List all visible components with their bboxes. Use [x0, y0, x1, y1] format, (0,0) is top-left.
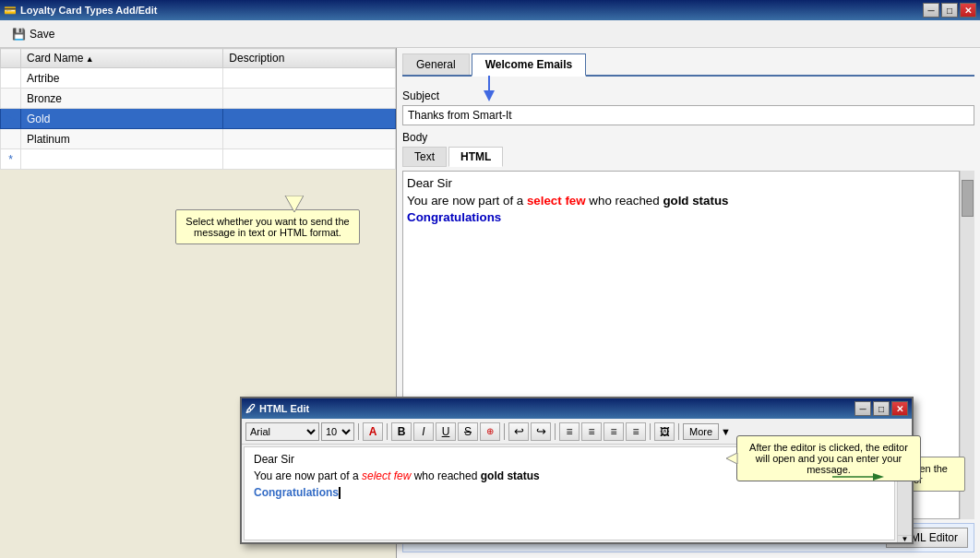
- card-table: Card Name Description Artribe Bronze ▶ G…: [0, 48, 396, 170]
- toolbar-sep-2: [387, 423, 388, 440]
- undo-button[interactable]: ↩: [508, 422, 529, 441]
- align-left-button[interactable]: ≡: [559, 422, 580, 441]
- table-row[interactable]: Artribe: [1, 68, 396, 89]
- row-indicator: [1, 68, 21, 89]
- row-indicator: [1, 89, 21, 109]
- row-indicator-col: [1, 49, 21, 68]
- row-indicator: ▶: [1, 109, 21, 129]
- underline-button[interactable]: U: [436, 422, 456, 441]
- italic-button[interactable]: I: [413, 422, 434, 441]
- svg-marker-6: [873, 473, 884, 481]
- align-center-button[interactable]: ≡: [581, 422, 602, 441]
- svg-marker-2: [484, 90, 495, 101]
- text-format-callout: Select whether you want to send the mess…: [175, 209, 360, 244]
- dialog-close-button[interactable]: ✕: [891, 401, 908, 416]
- new-table-row[interactable]: *: [1, 149, 396, 170]
- subject-input[interactable]: [402, 105, 974, 125]
- toolbar-sep-1: [358, 423, 359, 440]
- dialog-icon: 🖊: [245, 403, 256, 414]
- window-icon: 💳: [4, 5, 17, 17]
- window-controls: ─ □ ✕: [923, 3, 976, 18]
- font-selector[interactable]: Arial: [245, 422, 319, 441]
- more-button[interactable]: More: [683, 423, 719, 440]
- dialog-title: HTML Edit: [259, 403, 309, 414]
- card-name-cell: Platinum: [21, 129, 223, 149]
- card-name-cell: Artribe: [21, 68, 223, 89]
- maximize-button[interactable]: □: [941, 3, 958, 18]
- dialog-editor-callout: After the editor is clicked, the editor …: [736, 435, 921, 481]
- title-bar: 💳 Loyalty Card Types Add/Edit ─ □ ✕: [0, 0, 980, 20]
- description-cell: [223, 89, 396, 109]
- dialog-minimize-button[interactable]: ─: [855, 401, 871, 416]
- save-icon: 💾: [12, 28, 26, 41]
- redo-button[interactable]: ↪: [531, 422, 551, 441]
- card-name-cell: Gold: [21, 109, 223, 129]
- body-tab-html[interactable]: HTML: [448, 147, 503, 167]
- down-arrow-annotation: [480, 76, 498, 106]
- text-cursor: [339, 487, 341, 499]
- table-row[interactable]: ▶ Gold: [1, 109, 396, 129]
- special-button[interactable]: ⊕: [480, 422, 500, 441]
- table-row[interactable]: Bronze: [1, 89, 396, 109]
- size-selector[interactable]: 10: [321, 422, 354, 441]
- table-row[interactable]: Platinum: [1, 129, 396, 149]
- toolbar-sep-5: [650, 423, 651, 440]
- description-header[interactable]: Description: [223, 49, 396, 68]
- toolbar: 💾 Save: [0, 20, 980, 48]
- scrollbar-thumb[interactable]: [962, 180, 974, 217]
- toolbar-sep-6: [678, 423, 679, 440]
- row-indicator: [1, 129, 21, 149]
- window-title: Loyalty Card Types Add/Edit: [20, 5, 158, 16]
- scroll-down-button[interactable]: ▼: [898, 535, 912, 542]
- font-color-button[interactable]: A: [363, 422, 383, 441]
- minimize-button[interactable]: ─: [923, 3, 939, 18]
- description-cell: [223, 68, 396, 89]
- body-tab-bar: Text HTML: [402, 147, 974, 167]
- strikethrough-button[interactable]: S: [458, 422, 478, 441]
- description-cell: [223, 129, 396, 149]
- tab-bar: General Welcome Emails: [402, 53, 974, 77]
- html-edit-dialog: 🖊 HTML Edit ─ □ ✕ Arial 10 A B I U S ⊕ ↩…: [240, 397, 914, 544]
- select-few-text: select few: [362, 469, 411, 482]
- body-tab-text[interactable]: Text: [402, 147, 447, 167]
- dialog-title-bar: 🖊 HTML Edit ─ □ ✕: [242, 398, 912, 419]
- align-justify-button[interactable]: ≡: [626, 422, 646, 441]
- image-button[interactable]: 🖼: [654, 422, 675, 441]
- align-right-button[interactable]: ≡: [604, 422, 624, 441]
- close-button[interactable]: ✕: [960, 3, 976, 18]
- svg-marker-0: [285, 196, 304, 212]
- more-dropdown-icon: ▼: [721, 426, 731, 437]
- toolbar-sep-4: [555, 423, 556, 440]
- tab-general[interactable]: General: [402, 53, 470, 75]
- save-button[interactable]: 💾 Save: [6, 25, 61, 43]
- toolbar-sep-3: [504, 423, 505, 440]
- card-name-cell: Bronze: [21, 89, 223, 109]
- tab-welcome-emails[interactable]: Welcome Emails: [472, 53, 587, 77]
- svg-marker-4: [726, 453, 737, 464]
- dialog-maximize-button[interactable]: □: [873, 401, 890, 416]
- description-cell: [223, 109, 396, 129]
- body-label: Body: [402, 131, 974, 144]
- editor-line-3: Congratulations: [254, 486, 885, 499]
- dialog-arrow: [832, 468, 888, 486]
- bold-button[interactable]: B: [391, 422, 412, 441]
- card-name-header[interactable]: Card Name: [21, 49, 223, 68]
